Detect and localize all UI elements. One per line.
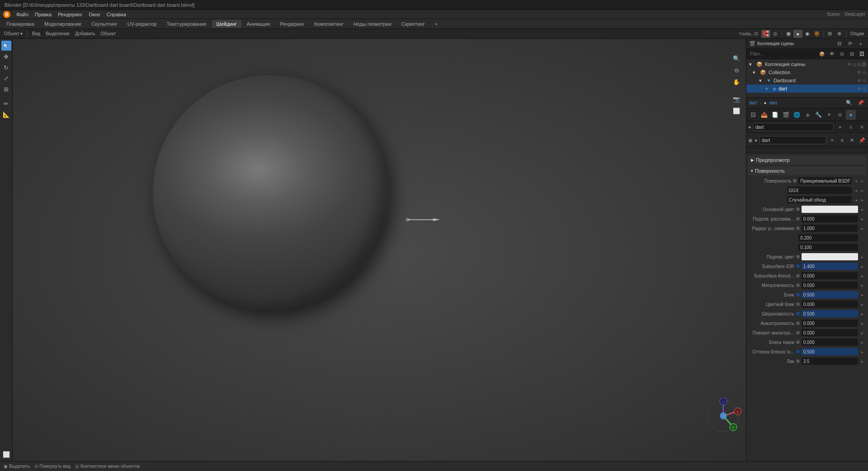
eye-icon-dart[interactable]: 👁 — [857, 86, 862, 91]
bottom-rotate-view[interactable]: ⊙ Повернуть вид — [34, 464, 71, 469]
menu-window[interactable]: Окно — [86, 11, 103, 18]
roughness-dot[interactable] — [796, 312, 800, 316]
prop-tab-modifier[interactable]: 🔧 — [813, 110, 823, 120]
clearcoat-dot[interactable] — [796, 359, 800, 363]
surface-type-field[interactable]: Принципиальный BSDF — [798, 177, 852, 184]
rotate-tool[interactable]: ↻ — [1, 62, 11, 72]
rw-arrow-r[interactable]: ▸ — [860, 198, 864, 203]
clearcoat-field[interactable]: 3.5 — [802, 358, 858, 365]
tab-texture-paint[interactable]: Текстурирование — [162, 20, 211, 28]
prop-tab-scene[interactable]: 🎬 — [781, 110, 791, 120]
bottom-context-menu[interactable]: ◎ Контекстное меню объектов — [75, 464, 140, 469]
outliner-add-icon[interactable]: + — [856, 40, 865, 48]
xray-icon[interactable]: ▣ — [784, 30, 793, 38]
node-remove-icon[interactable]: ✕ — [848, 136, 856, 144]
view-menu[interactable]: Вид — [30, 30, 42, 37]
outliner-render-icon[interactable]: 🖼 — [857, 50, 866, 58]
subsurface-color-swatch[interactable] — [802, 253, 858, 260]
select-icon-dart[interactable]: ⊙ — [863, 86, 866, 91]
sheen-dot[interactable] — [796, 340, 800, 344]
pivot-icon[interactable]: ⊙ — [752, 30, 761, 38]
outliner-new-collection-icon[interactable]: 📦 — [817, 50, 826, 58]
specular-arrow[interactable]: ▸ — [860, 292, 864, 297]
object-menu[interactable]: Объект — [98, 30, 118, 37]
tab-scripting[interactable]: Скриптинг — [397, 20, 429, 28]
ggx-arrow-l[interactable]: ◂ — [854, 188, 858, 193]
sheen-tint-field[interactable]: 0.500 — [802, 348, 858, 355]
metallic-field[interactable]: 0.000 — [802, 282, 858, 289]
zoom-in-icon[interactable]: 🔍 — [731, 53, 741, 63]
tab-rendering[interactable]: Рендеринг — [275, 20, 309, 28]
navigation-gizmo[interactable]: X Y Z — [705, 398, 741, 434]
radius-z-field[interactable]: 0.100 — [798, 244, 858, 251]
menu-help[interactable]: Справка — [104, 11, 129, 18]
add-menu[interactable]: Добавить — [73, 30, 97, 37]
specular-field[interactable]: 0.500 — [802, 291, 858, 298]
outliner-dartboard-row[interactable]: ▾ ▼ Dartboard 👁 ⊙ — [746, 76, 868, 85]
base-color-swatch[interactable] — [802, 206, 858, 213]
prop-tab-render[interactable]: 🖼 — [748, 110, 758, 120]
annotate-tool[interactable]: ✏ — [1, 99, 11, 108]
surface-type-arrow[interactable]: ◂ — [854, 179, 858, 184]
overlay-icon[interactable]: ⊞ — [826, 30, 835, 38]
radius-arrow[interactable]: ▸ — [860, 226, 864, 231]
global-transform-btn[interactable]: Глоба... — [742, 30, 751, 38]
specular-dot[interactable] — [796, 293, 800, 297]
radius-x-field[interactable]: 1.000 — [802, 225, 858, 232]
tab-sculpting[interactable]: Скульптинг — [87, 20, 122, 28]
outliner-sync-icon[interactable]: ⟳ — [845, 40, 854, 48]
solid-shading-icon[interactable]: ● — [793, 30, 802, 38]
add-cube-tool[interactable]: ⬜ — [1, 449, 11, 459]
3d-viewport[interactable]: X Y Z 🔍 ⊖ ✋ 📷 ⬜ — [13, 39, 746, 461]
prop-tab-output[interactable]: 📤 — [759, 110, 769, 120]
tab-add[interactable]: + — [430, 20, 442, 28]
outliner-hide-icon[interactable]: ⊟ — [847, 50, 856, 58]
select-icon-db[interactable]: ⊙ — [863, 78, 866, 83]
bottom-select[interactable]: ◉ Выделить — [4, 464, 30, 469]
menu-edit[interactable]: Правка — [32, 11, 54, 18]
node-browse-icon[interactable]: ≡ — [838, 136, 846, 144]
sheen-arrow[interactable]: ▸ — [860, 340, 864, 345]
prop-path-from[interactable]: dart — [749, 100, 757, 105]
aniso-rot-arrow[interactable]: ▸ — [860, 330, 864, 335]
outliner-select-icon[interactable]: ⊙ — [837, 50, 846, 58]
tab-layout[interactable]: Планировка — [2, 20, 39, 28]
specular-tint-dot[interactable] — [796, 302, 800, 306]
camera-view-icon[interactable]: 📷 — [731, 94, 741, 104]
hide-icon-sc[interactable]: ⊟ — [857, 62, 861, 67]
options-btn[interactable]: Опции — [848, 30, 866, 37]
prop-header-pin-icon[interactable]: 📌 — [856, 99, 865, 107]
prop-tab-material[interactable]: ● — [846, 110, 856, 120]
subsurface-aniso-dot[interactable] — [796, 274, 800, 278]
prop-path-to[interactable]: dart — [769, 100, 777, 105]
select-icon-col[interactable]: ⊙ — [863, 70, 866, 75]
roughness-arrow[interactable]: ▸ — [860, 311, 864, 316]
gizmo-icon[interactable]: ⊕ — [835, 30, 844, 38]
anisotropy-arrow[interactable]: ▸ — [860, 321, 864, 326]
outliner-collection-row[interactable]: ▾ 📦 Collection 👁 ⊙ — [746, 68, 868, 76]
subsurface-ior-dot[interactable] — [796, 264, 800, 268]
prop-tab-view-layer[interactable]: 📑 — [770, 110, 780, 120]
anisotropy-dot[interactable] — [796, 321, 800, 325]
pan-icon[interactable]: ✋ — [731, 77, 741, 87]
clearcoat-arrow[interactable]: ▸ — [860, 359, 864, 364]
material-new-icon[interactable]: + — [835, 123, 844, 131]
menu-file[interactable]: Файл — [14, 11, 31, 18]
metallic-arrow[interactable]: ▸ — [860, 283, 864, 288]
outliner-scene-collection[interactable]: ▾ 📦 Коллекция сцены 👁 ⊙ ⊟ 🖼 — [746, 60, 868, 68]
prop-tab-object[interactable]: ◈ — [802, 110, 812, 120]
material-name-input[interactable] — [753, 123, 834, 131]
surface-type-arrow-r[interactable]: ▸ — [860, 179, 864, 184]
menu-render[interactable]: Рендеринг — [55, 11, 85, 18]
radius-y-field[interactable]: 0.200 — [798, 234, 858, 241]
aniso-rot-dot[interactable] — [796, 331, 800, 334]
eye-icon-db[interactable]: 👁 — [857, 78, 862, 83]
cursor-tool[interactable] — [1, 41, 11, 51]
surface-type-dot[interactable] — [793, 179, 797, 183]
ggx-field[interactable]: GGX — [787, 187, 852, 194]
scale-tool[interactable]: ⤢ — [1, 73, 11, 83]
radius-dot[interactable] — [796, 226, 800, 230]
roughness-field[interactable]: 0.500 — [802, 310, 858, 317]
tab-shading[interactable]: Шейдинг — [212, 20, 241, 28]
render-region-icon[interactable]: ⬜ — [731, 106, 741, 116]
